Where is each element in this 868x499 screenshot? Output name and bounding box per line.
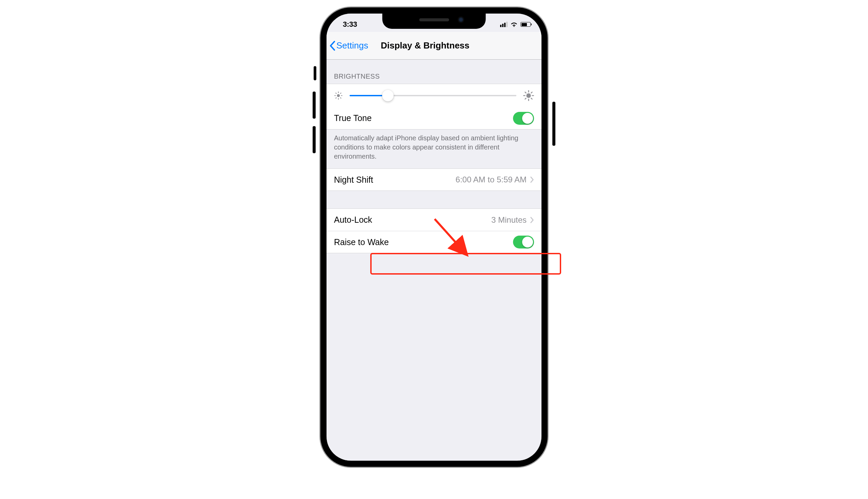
- svg-line-14: [525, 92, 526, 93]
- svg-line-17: [531, 92, 532, 93]
- volume-down-button: [313, 126, 316, 153]
- night-shift-value: 6:00 AM to 5:59 AM: [456, 175, 527, 184]
- brightness-slider[interactable]: [350, 90, 516, 101]
- front-camera: [459, 17, 463, 22]
- chevron-right-icon: [530, 176, 534, 183]
- true-tone-label: True Tone: [334, 113, 371, 123]
- svg-line-15: [531, 98, 532, 99]
- svg-line-5: [336, 93, 337, 94]
- spacer: [327, 191, 541, 208]
- speaker-grille: [419, 18, 449, 21]
- night-shift-row[interactable]: Night Shift 6:00 AM to 5:59 AM: [327, 169, 541, 191]
- raise-to-wake-row: Raise to Wake: [327, 231, 541, 253]
- auto-lock-row[interactable]: Auto-Lock 3 Minutes: [327, 208, 541, 231]
- auto-lock-value: 3 Minutes: [491, 215, 527, 225]
- power-button: [552, 102, 555, 146]
- auto-lock-value-wrap: 3 Minutes: [491, 215, 534, 225]
- navigation-bar: Settings Display & Brightness: [327, 32, 541, 60]
- back-label: Settings: [337, 40, 368, 51]
- svg-point-0: [337, 94, 340, 97]
- brightness-slider-row: [327, 84, 541, 107]
- status-time: 3:33: [343, 20, 357, 29]
- auto-lock-label: Auto-Lock: [334, 215, 372, 225]
- raise-to-wake-label: Raise to Wake: [334, 237, 389, 247]
- spacer-bottom: [327, 253, 541, 321]
- chevron-right-icon: [530, 217, 534, 223]
- sun-max-icon: [523, 90, 534, 101]
- cellular-signal-icon: [500, 22, 508, 27]
- settings-content: BRIGHTNESS True Tone: [327, 60, 541, 461]
- notch: [382, 13, 486, 29]
- wifi-icon: [510, 22, 518, 27]
- true-tone-toggle[interactable]: [513, 112, 534, 125]
- svg-line-6: [340, 98, 341, 98]
- back-button[interactable]: Settings: [329, 40, 368, 51]
- svg-line-8: [340, 93, 341, 94]
- mute-switch: [314, 66, 316, 80]
- true-tone-note: Automatically adapt iPhone display based…: [327, 130, 541, 169]
- battery-icon: [521, 22, 530, 27]
- chevron-left-icon: [329, 41, 335, 51]
- canvas: 3:33 Settings: [0, 0, 868, 499]
- svg-point-9: [526, 93, 530, 98]
- status-right: [500, 22, 530, 27]
- phone-frame: 3:33 Settings: [320, 8, 548, 467]
- slider-thumb[interactable]: [382, 90, 394, 101]
- night-shift-label: Night Shift: [334, 175, 373, 185]
- sun-min-icon: [334, 91, 343, 100]
- screen: 3:33 Settings: [327, 14, 541, 461]
- raise-to-wake-toggle[interactable]: [513, 235, 534, 248]
- svg-line-7: [336, 98, 337, 98]
- night-shift-value-wrap: 6:00 AM to 5:59 AM: [456, 175, 534, 184]
- volume-up-button: [313, 92, 316, 119]
- brightness-header: BRIGHTNESS: [327, 60, 541, 84]
- page-title: Display & Brightness: [381, 40, 469, 51]
- slider-track: [350, 95, 516, 96]
- svg-line-16: [525, 98, 526, 99]
- true-tone-row: True Tone: [327, 107, 541, 130]
